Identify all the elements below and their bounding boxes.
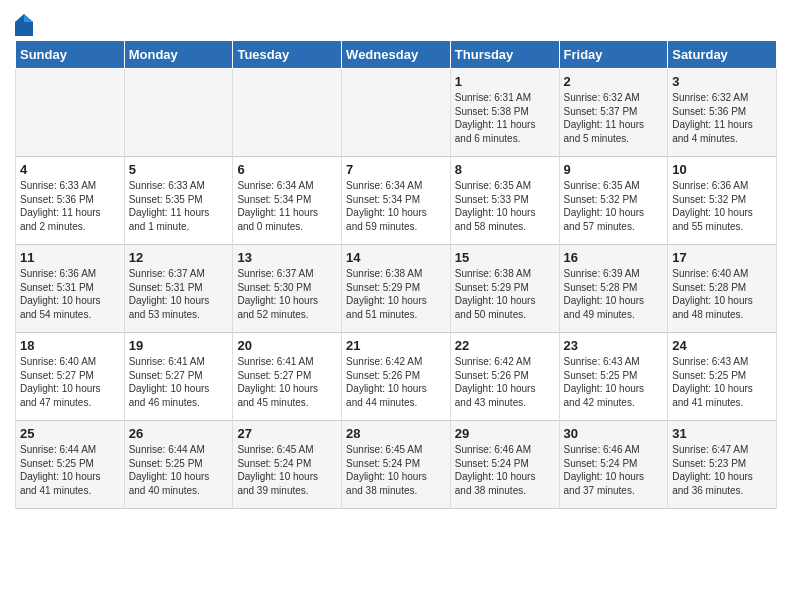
sunset-text: Sunset: 5:27 PM (20, 369, 120, 383)
sunrise-text: Sunrise: 6:37 AM (237, 267, 337, 281)
sunset-text: Sunset: 5:37 PM (564, 105, 664, 119)
week-row-5: 25Sunrise: 6:44 AMSunset: 5:25 PMDayligh… (16, 421, 777, 509)
sunset-text: Sunset: 5:25 PM (129, 457, 229, 471)
sunrise-text: Sunrise: 6:31 AM (455, 91, 555, 105)
daylight-hours: Daylight: 10 hours and 52 minutes. (237, 294, 337, 321)
sunset-text: Sunset: 5:34 PM (237, 193, 337, 207)
day-number: 8 (455, 162, 555, 177)
sunset-text: Sunset: 5:27 PM (237, 369, 337, 383)
sunrise-text: Sunrise: 6:34 AM (237, 179, 337, 193)
header-day-monday: Monday (124, 41, 233, 69)
calendar-cell: 8Sunrise: 6:35 AMSunset: 5:33 PMDaylight… (450, 157, 559, 245)
day-number: 31 (672, 426, 772, 441)
calendar-cell: 23Sunrise: 6:43 AMSunset: 5:25 PMDayligh… (559, 333, 668, 421)
calendar-cell: 18Sunrise: 6:40 AMSunset: 5:27 PMDayligh… (16, 333, 125, 421)
calendar-cell: 11Sunrise: 6:36 AMSunset: 5:31 PMDayligh… (16, 245, 125, 333)
sunset-text: Sunset: 5:32 PM (672, 193, 772, 207)
sunset-text: Sunset: 5:32 PM (564, 193, 664, 207)
calendar-cell: 21Sunrise: 6:42 AMSunset: 5:26 PMDayligh… (342, 333, 451, 421)
daylight-hours: Daylight: 11 hours and 4 minutes. (672, 118, 772, 145)
day-number: 19 (129, 338, 229, 353)
calendar-cell: 14Sunrise: 6:38 AMSunset: 5:29 PMDayligh… (342, 245, 451, 333)
sunrise-text: Sunrise: 6:35 AM (564, 179, 664, 193)
calendar-cell (16, 69, 125, 157)
day-number: 28 (346, 426, 446, 441)
calendar-cell: 3Sunrise: 6:32 AMSunset: 5:36 PMDaylight… (668, 69, 777, 157)
daylight-hours: Daylight: 10 hours and 49 minutes. (564, 294, 664, 321)
calendar-table: SundayMondayTuesdayWednesdayThursdayFrid… (15, 40, 777, 509)
sunrise-text: Sunrise: 6:37 AM (129, 267, 229, 281)
header-day-friday: Friday (559, 41, 668, 69)
day-number: 4 (20, 162, 120, 177)
calendar-cell: 17Sunrise: 6:40 AMSunset: 5:28 PMDayligh… (668, 245, 777, 333)
calendar-cell: 7Sunrise: 6:34 AMSunset: 5:34 PMDaylight… (342, 157, 451, 245)
calendar-cell: 5Sunrise: 6:33 AMSunset: 5:35 PMDaylight… (124, 157, 233, 245)
sunrise-text: Sunrise: 6:43 AM (672, 355, 772, 369)
sunset-text: Sunset: 5:27 PM (129, 369, 229, 383)
sunrise-text: Sunrise: 6:44 AM (20, 443, 120, 457)
day-number: 3 (672, 74, 772, 89)
daylight-hours: Daylight: 11 hours and 5 minutes. (564, 118, 664, 145)
daylight-hours: Daylight: 11 hours and 0 minutes. (237, 206, 337, 233)
sunset-text: Sunset: 5:24 PM (455, 457, 555, 471)
day-number: 24 (672, 338, 772, 353)
calendar-cell: 9Sunrise: 6:35 AMSunset: 5:32 PMDaylight… (559, 157, 668, 245)
calendar-cell: 31Sunrise: 6:47 AMSunset: 5:23 PMDayligh… (668, 421, 777, 509)
calendar-cell: 16Sunrise: 6:39 AMSunset: 5:28 PMDayligh… (559, 245, 668, 333)
daylight-hours: Daylight: 10 hours and 47 minutes. (20, 382, 120, 409)
day-number: 13 (237, 250, 337, 265)
day-number: 20 (237, 338, 337, 353)
calendar-cell: 29Sunrise: 6:46 AMSunset: 5:24 PMDayligh… (450, 421, 559, 509)
sunrise-text: Sunrise: 6:33 AM (129, 179, 229, 193)
calendar-cell: 13Sunrise: 6:37 AMSunset: 5:30 PMDayligh… (233, 245, 342, 333)
calendar-cell: 28Sunrise: 6:45 AMSunset: 5:24 PMDayligh… (342, 421, 451, 509)
daylight-hours: Daylight: 10 hours and 51 minutes. (346, 294, 446, 321)
sunset-text: Sunset: 5:26 PM (455, 369, 555, 383)
header-day-wednesday: Wednesday (342, 41, 451, 69)
day-number: 27 (237, 426, 337, 441)
sunrise-text: Sunrise: 6:32 AM (564, 91, 664, 105)
calendar-cell (124, 69, 233, 157)
calendar-cell: 2Sunrise: 6:32 AMSunset: 5:37 PMDaylight… (559, 69, 668, 157)
daylight-hours: Daylight: 10 hours and 41 minutes. (20, 470, 120, 497)
sunrise-text: Sunrise: 6:47 AM (672, 443, 772, 457)
sunrise-text: Sunrise: 6:42 AM (346, 355, 446, 369)
daylight-hours: Daylight: 10 hours and 38 minutes. (346, 470, 446, 497)
sunrise-text: Sunrise: 6:36 AM (672, 179, 772, 193)
daylight-hours: Daylight: 10 hours and 42 minutes. (564, 382, 664, 409)
week-row-1: 1Sunrise: 6:31 AMSunset: 5:38 PMDaylight… (16, 69, 777, 157)
daylight-hours: Daylight: 10 hours and 58 minutes. (455, 206, 555, 233)
daylight-hours: Daylight: 10 hours and 41 minutes. (672, 382, 772, 409)
day-number: 21 (346, 338, 446, 353)
sunrise-text: Sunrise: 6:32 AM (672, 91, 772, 105)
day-number: 10 (672, 162, 772, 177)
daylight-hours: Daylight: 10 hours and 48 minutes. (672, 294, 772, 321)
daylight-hours: Daylight: 11 hours and 6 minutes. (455, 118, 555, 145)
calendar-cell (342, 69, 451, 157)
calendar-cell: 30Sunrise: 6:46 AMSunset: 5:24 PMDayligh… (559, 421, 668, 509)
sunset-text: Sunset: 5:31 PM (129, 281, 229, 295)
logo (15, 14, 37, 36)
day-number: 12 (129, 250, 229, 265)
daylight-hours: Daylight: 10 hours and 46 minutes. (129, 382, 229, 409)
sunrise-text: Sunrise: 6:44 AM (129, 443, 229, 457)
calendar-cell: 19Sunrise: 6:41 AMSunset: 5:27 PMDayligh… (124, 333, 233, 421)
calendar-cell: 15Sunrise: 6:38 AMSunset: 5:29 PMDayligh… (450, 245, 559, 333)
calendar-cell: 6Sunrise: 6:34 AMSunset: 5:34 PMDaylight… (233, 157, 342, 245)
sunset-text: Sunset: 5:29 PM (455, 281, 555, 295)
sunrise-text: Sunrise: 6:45 AM (237, 443, 337, 457)
sunset-text: Sunset: 5:30 PM (237, 281, 337, 295)
day-number: 11 (20, 250, 120, 265)
day-number: 16 (564, 250, 664, 265)
calendar-cell: 12Sunrise: 6:37 AMSunset: 5:31 PMDayligh… (124, 245, 233, 333)
calendar-cell: 4Sunrise: 6:33 AMSunset: 5:36 PMDaylight… (16, 157, 125, 245)
sunrise-text: Sunrise: 6:46 AM (564, 443, 664, 457)
calendar-cell: 10Sunrise: 6:36 AMSunset: 5:32 PMDayligh… (668, 157, 777, 245)
daylight-hours: Daylight: 10 hours and 36 minutes. (672, 470, 772, 497)
daylight-hours: Daylight: 10 hours and 50 minutes. (455, 294, 555, 321)
week-row-4: 18Sunrise: 6:40 AMSunset: 5:27 PMDayligh… (16, 333, 777, 421)
sunrise-text: Sunrise: 6:46 AM (455, 443, 555, 457)
sunset-text: Sunset: 5:36 PM (20, 193, 120, 207)
day-number: 25 (20, 426, 120, 441)
sunset-text: Sunset: 5:24 PM (564, 457, 664, 471)
